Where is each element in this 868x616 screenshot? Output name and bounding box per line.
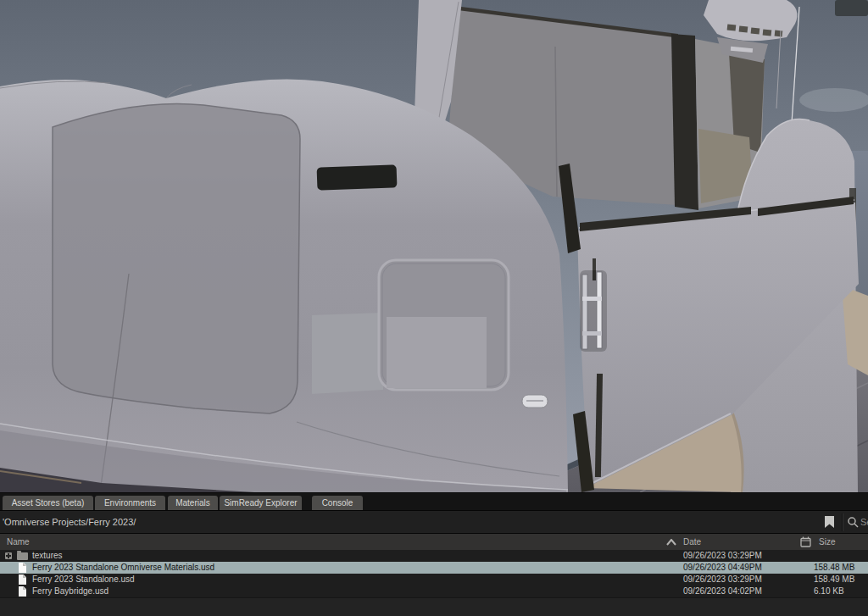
chrome-latch (522, 395, 548, 408)
tab-materials[interactable]: Materials (168, 496, 218, 510)
item-name: Ferry 2023 Standalone.usd (32, 574, 135, 585)
chrome-hinge (580, 270, 607, 352)
search-input[interactable]: Se (860, 511, 868, 533)
list-item-textures[interactable]: textures 09/26/2023 03:29PM (0, 550, 868, 562)
item-name: Ferry 2023 Standalone Omniverse Material… (32, 562, 214, 574)
document-icon (19, 574, 26, 585)
divider (842, 513, 843, 531)
omniverse-app-window: Asset Stores (beta) Environments Materia… (0, 0, 868, 616)
chevron-up-icon[interactable] (666, 539, 676, 546)
corner-dark-box (835, 0, 868, 16)
table-header: Name Date Size (0, 533, 868, 550)
document-icon (19, 563, 26, 573)
document-icon (19, 586, 26, 597)
item-date: 09/26/2023 04:02PM (683, 585, 762, 597)
item-size: 158.49 MB (814, 574, 854, 585)
browser-tab-bar: Asset Stores (beta) Environments Materia… (0, 492, 868, 510)
item-date: 09/26/2023 03:29PM (683, 550, 762, 562)
breadcrumb-path[interactable]: 'Omniverse Projects/Ferry 2023/ (3, 511, 136, 533)
content-browser-panel: Asset Stores (beta) Environments Materia… (0, 492, 868, 616)
column-header-size[interactable]: Size (819, 534, 835, 550)
path-bar: 'Omniverse Projects/Ferry 2023/ Se (0, 510, 868, 533)
ferry-render (0, 0, 868, 492)
item-name: Ferry Baybridge.usd (32, 585, 108, 597)
calendar-icon[interactable] (800, 536, 811, 547)
item-size: 158.48 MB (814, 562, 854, 574)
file-list: textures 09/26/2023 03:29PM Ferry 2023 S… (0, 550, 868, 597)
item-date: 09/26/2023 03:29PM (683, 574, 762, 585)
plus-box-icon[interactable] (5, 552, 12, 559)
bookmark-icon[interactable] (825, 516, 834, 528)
item-date: 09/26/2023 04:49PM (683, 562, 762, 574)
item-size: 6.10 KB (814, 585, 844, 597)
tab-console[interactable]: Console (312, 496, 363, 510)
list-item-ferry-materials-usd[interactable]: Ferry 2023 Standalone Omniverse Material… (0, 562, 868, 574)
folder-icon (17, 552, 28, 560)
tab-simready-explorer[interactable]: SimReady Explorer (220, 496, 302, 510)
column-header-date[interactable]: Date (683, 534, 701, 550)
list-item-ferry-standalone-usd[interactable]: Ferry 2023 Standalone.usd 09/26/2023 03:… (0, 574, 868, 585)
viewport-3d[interactable] (0, 0, 868, 492)
tab-asset-stores[interactable]: Asset Stores (beta) (3, 496, 93, 510)
magnifier-icon[interactable] (847, 516, 859, 528)
list-item-ferry-baybridge-usd[interactable]: Ferry Baybridge.usd 09/26/2023 04:02PM 6… (0, 585, 868, 597)
list-empty-area[interactable] (0, 597, 868, 616)
column-header-name[interactable]: Name (7, 534, 30, 550)
item-name: textures (32, 550, 63, 562)
tab-environments[interactable]: Environments (95, 496, 165, 510)
